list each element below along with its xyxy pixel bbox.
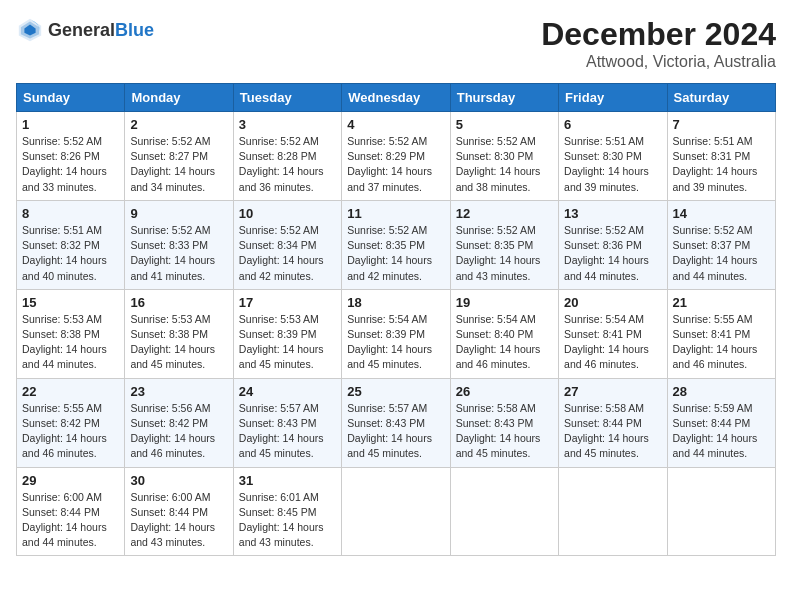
day-number: 25: [347, 384, 444, 399]
day-number: 1: [22, 117, 119, 132]
calendar-cell: 13 Sunrise: 5:52 AM Sunset: 8:36 PM Dayl…: [559, 200, 667, 289]
day-number: 27: [564, 384, 661, 399]
calendar-cell: 8 Sunrise: 5:51 AM Sunset: 8:32 PM Dayli…: [17, 200, 125, 289]
calendar-week-row: 22 Sunrise: 5:55 AM Sunset: 8:42 PM Dayl…: [17, 378, 776, 467]
day-number: 2: [130, 117, 227, 132]
day-info: Sunrise: 5:51 AM Sunset: 8:31 PM Dayligh…: [673, 134, 770, 195]
calendar-cell: 9 Sunrise: 5:52 AM Sunset: 8:33 PM Dayli…: [125, 200, 233, 289]
day-info: Sunrise: 5:59 AM Sunset: 8:44 PM Dayligh…: [673, 401, 770, 462]
day-info: Sunrise: 5:51 AM Sunset: 8:32 PM Dayligh…: [22, 223, 119, 284]
calendar-cell: 1 Sunrise: 5:52 AM Sunset: 8:26 PM Dayli…: [17, 112, 125, 201]
header-day: Wednesday: [342, 84, 450, 112]
day-number: 19: [456, 295, 553, 310]
day-info: Sunrise: 5:52 AM Sunset: 8:36 PM Dayligh…: [564, 223, 661, 284]
day-number: 15: [22, 295, 119, 310]
calendar-cell: 2 Sunrise: 5:52 AM Sunset: 8:27 PM Dayli…: [125, 112, 233, 201]
day-info: Sunrise: 5:58 AM Sunset: 8:44 PM Dayligh…: [564, 401, 661, 462]
day-number: 31: [239, 473, 336, 488]
day-number: 21: [673, 295, 770, 310]
calendar-cell: [450, 467, 558, 556]
header-day: Saturday: [667, 84, 775, 112]
day-number: 11: [347, 206, 444, 221]
calendar-week-row: 15 Sunrise: 5:53 AM Sunset: 8:38 PM Dayl…: [17, 289, 776, 378]
calendar-cell: [342, 467, 450, 556]
calendar-cell: 18 Sunrise: 5:54 AM Sunset: 8:39 PM Dayl…: [342, 289, 450, 378]
day-info: Sunrise: 5:57 AM Sunset: 8:43 PM Dayligh…: [239, 401, 336, 462]
day-info: Sunrise: 5:52 AM Sunset: 8:26 PM Dayligh…: [22, 134, 119, 195]
day-info: Sunrise: 5:52 AM Sunset: 8:33 PM Dayligh…: [130, 223, 227, 284]
day-info: Sunrise: 5:56 AM Sunset: 8:42 PM Dayligh…: [130, 401, 227, 462]
calendar-cell: 22 Sunrise: 5:55 AM Sunset: 8:42 PM Dayl…: [17, 378, 125, 467]
header-day: Tuesday: [233, 84, 341, 112]
calendar-cell: 7 Sunrise: 5:51 AM Sunset: 8:31 PM Dayli…: [667, 112, 775, 201]
day-number: 26: [456, 384, 553, 399]
location-title: Attwood, Victoria, Australia: [541, 53, 776, 71]
day-number: 12: [456, 206, 553, 221]
logo: GeneralBlue: [16, 16, 154, 44]
calendar-cell: 23 Sunrise: 5:56 AM Sunset: 8:42 PM Dayl…: [125, 378, 233, 467]
logo-blue: Blue: [115, 20, 154, 40]
calendar-cell: 11 Sunrise: 5:52 AM Sunset: 8:35 PM Dayl…: [342, 200, 450, 289]
day-number: 30: [130, 473, 227, 488]
day-info: Sunrise: 5:52 AM Sunset: 8:35 PM Dayligh…: [456, 223, 553, 284]
calendar-cell: 24 Sunrise: 5:57 AM Sunset: 8:43 PM Dayl…: [233, 378, 341, 467]
day-number: 5: [456, 117, 553, 132]
calendar-table: SundayMondayTuesdayWednesdayThursdayFrid…: [16, 83, 776, 556]
day-info: Sunrise: 5:54 AM Sunset: 8:39 PM Dayligh…: [347, 312, 444, 373]
day-info: Sunrise: 5:55 AM Sunset: 8:42 PM Dayligh…: [22, 401, 119, 462]
day-number: 17: [239, 295, 336, 310]
calendar-cell: 3 Sunrise: 5:52 AM Sunset: 8:28 PM Dayli…: [233, 112, 341, 201]
day-number: 22: [22, 384, 119, 399]
calendar-cell: 17 Sunrise: 5:53 AM Sunset: 8:39 PM Dayl…: [233, 289, 341, 378]
day-info: Sunrise: 5:52 AM Sunset: 8:30 PM Dayligh…: [456, 134, 553, 195]
logo-general: General: [48, 20, 115, 40]
calendar-week-row: 29 Sunrise: 6:00 AM Sunset: 8:44 PM Dayl…: [17, 467, 776, 556]
day-number: 7: [673, 117, 770, 132]
calendar-cell: 29 Sunrise: 6:00 AM Sunset: 8:44 PM Dayl…: [17, 467, 125, 556]
day-info: Sunrise: 6:00 AM Sunset: 8:44 PM Dayligh…: [22, 490, 119, 551]
day-number: 3: [239, 117, 336, 132]
day-info: Sunrise: 5:52 AM Sunset: 8:29 PM Dayligh…: [347, 134, 444, 195]
day-info: Sunrise: 5:54 AM Sunset: 8:40 PM Dayligh…: [456, 312, 553, 373]
header-day: Sunday: [17, 84, 125, 112]
day-number: 4: [347, 117, 444, 132]
header-day: Monday: [125, 84, 233, 112]
calendar-week-row: 1 Sunrise: 5:52 AM Sunset: 8:26 PM Dayli…: [17, 112, 776, 201]
calendar-cell: 25 Sunrise: 5:57 AM Sunset: 8:43 PM Dayl…: [342, 378, 450, 467]
calendar-cell: 14 Sunrise: 5:52 AM Sunset: 8:37 PM Dayl…: [667, 200, 775, 289]
day-number: 28: [673, 384, 770, 399]
day-number: 23: [130, 384, 227, 399]
day-info: Sunrise: 6:01 AM Sunset: 8:45 PM Dayligh…: [239, 490, 336, 551]
header-day: Friday: [559, 84, 667, 112]
header-row: SundayMondayTuesdayWednesdayThursdayFrid…: [17, 84, 776, 112]
calendar-cell: 26 Sunrise: 5:58 AM Sunset: 8:43 PM Dayl…: [450, 378, 558, 467]
calendar-cell: 21 Sunrise: 5:55 AM Sunset: 8:41 PM Dayl…: [667, 289, 775, 378]
header: GeneralBlue December 2024 Attwood, Victo…: [16, 16, 776, 71]
day-info: Sunrise: 5:53 AM Sunset: 8:39 PM Dayligh…: [239, 312, 336, 373]
day-info: Sunrise: 5:52 AM Sunset: 8:28 PM Dayligh…: [239, 134, 336, 195]
day-info: Sunrise: 5:58 AM Sunset: 8:43 PM Dayligh…: [456, 401, 553, 462]
day-info: Sunrise: 5:52 AM Sunset: 8:34 PM Dayligh…: [239, 223, 336, 284]
day-number: 6: [564, 117, 661, 132]
calendar-cell: [559, 467, 667, 556]
day-info: Sunrise: 5:51 AM Sunset: 8:30 PM Dayligh…: [564, 134, 661, 195]
day-number: 10: [239, 206, 336, 221]
day-info: Sunrise: 5:53 AM Sunset: 8:38 PM Dayligh…: [130, 312, 227, 373]
calendar-cell: 30 Sunrise: 6:00 AM Sunset: 8:44 PM Dayl…: [125, 467, 233, 556]
day-info: Sunrise: 5:52 AM Sunset: 8:37 PM Dayligh…: [673, 223, 770, 284]
day-number: 9: [130, 206, 227, 221]
title-area: December 2024 Attwood, Victoria, Austral…: [541, 16, 776, 71]
calendar-cell: 31 Sunrise: 6:01 AM Sunset: 8:45 PM Dayl…: [233, 467, 341, 556]
calendar-week-row: 8 Sunrise: 5:51 AM Sunset: 8:32 PM Dayli…: [17, 200, 776, 289]
day-number: 18: [347, 295, 444, 310]
day-number: 13: [564, 206, 661, 221]
calendar-cell: 20 Sunrise: 5:54 AM Sunset: 8:41 PM Dayl…: [559, 289, 667, 378]
calendar-cell: [667, 467, 775, 556]
day-number: 14: [673, 206, 770, 221]
logo-icon: [16, 16, 44, 44]
day-number: 8: [22, 206, 119, 221]
day-info: Sunrise: 5:57 AM Sunset: 8:43 PM Dayligh…: [347, 401, 444, 462]
day-info: Sunrise: 5:52 AM Sunset: 8:27 PM Dayligh…: [130, 134, 227, 195]
calendar-cell: 15 Sunrise: 5:53 AM Sunset: 8:38 PM Dayl…: [17, 289, 125, 378]
day-info: Sunrise: 5:53 AM Sunset: 8:38 PM Dayligh…: [22, 312, 119, 373]
